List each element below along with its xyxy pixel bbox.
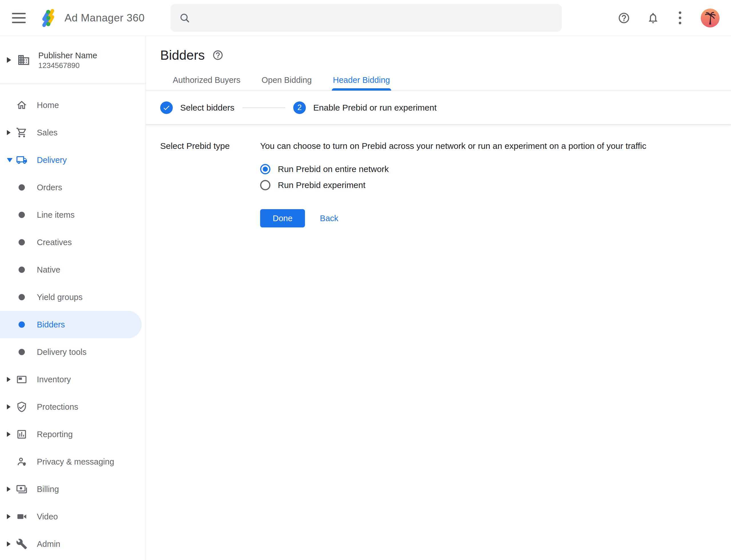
expand-right-icon (7, 541, 11, 547)
step-enable-prebid[interactable]: 2 Enable Prebid or run experiment (293, 101, 436, 114)
main-content: Bidders Authorized Buyers Open Bidding H… (146, 36, 731, 560)
top-bar: Ad Manager 360 (0, 0, 731, 36)
notifications-bell-icon[interactable] (647, 12, 659, 24)
ad-manager-app: Ad Manager 360 (0, 0, 731, 560)
bullet-icon (19, 212, 25, 218)
shopping-cart-icon (16, 127, 27, 138)
radio-selected-icon[interactable] (260, 164, 271, 174)
bullet-icon (19, 321, 25, 328)
billing-icon (16, 483, 27, 495)
tab-header-bidding[interactable]: Header Bidding (332, 75, 391, 91)
stepper: Select bidders 2 Enable Prebid or run ex… (146, 91, 731, 125)
bullet-icon (19, 349, 25, 355)
done-button[interactable]: Done (260, 209, 305, 227)
expand-right-icon (7, 57, 11, 63)
publisher-switcher[interactable]: Publisher Name 1234567890 (0, 36, 146, 84)
sidebar-item-reporting[interactable]: Reporting (0, 421, 142, 448)
sidebar-item-delivery[interactable]: Delivery (0, 146, 142, 174)
palm-tree-silhouette (703, 11, 718, 25)
radio-option-experiment[interactable]: Run Prebid experiment (260, 180, 731, 190)
page-title: Bidders (160, 47, 205, 63)
menu-icon[interactable] (12, 13, 26, 23)
search-bar[interactable] (171, 4, 562, 32)
field-description: You can choose to turn on Prebid across … (260, 141, 731, 151)
sidebar-item-privacy-messaging[interactable]: Privacy & messaging (0, 448, 142, 475)
expand-right-icon (7, 514, 11, 519)
top-bar-actions (598, 9, 720, 27)
expand-right-icon (7, 130, 11, 135)
ad-manager-logo-icon (39, 9, 57, 27)
video-camera-icon (16, 511, 27, 522)
publisher-id: 1234567890 (38, 61, 97, 70)
sidebar-item-line-items[interactable]: Line items (0, 201, 142, 229)
prebid-type-radio-group: Run Prebid on entire network Run Prebid … (260, 164, 731, 190)
sidebar-item-protections[interactable]: Protections (0, 393, 142, 421)
tab-authorized-buyers[interactable]: Authorized Buyers (172, 75, 242, 91)
expand-right-icon (7, 487, 11, 492)
step-number-badge: 2 (293, 101, 306, 114)
prebid-form: Select Prebid type You can choose to tur… (146, 125, 731, 227)
sidebar-item-home[interactable]: Home (0, 91, 142, 119)
delivery-truck-icon (16, 154, 27, 166)
sidebar-item-sales[interactable]: Sales (0, 119, 142, 146)
sidebar-item-video[interactable]: Video (0, 503, 142, 530)
bar-chart-icon (16, 429, 27, 440)
sidebar-item-orders[interactable]: Orders (0, 174, 142, 201)
shield-check-icon (16, 401, 27, 413)
bullet-icon (19, 239, 25, 245)
tab-open-bidding[interactable]: Open Bidding (261, 75, 313, 91)
sidebar-item-delivery-tools[interactable]: Delivery tools (0, 338, 142, 366)
step-select-bidders[interactable]: Select bidders (160, 101, 235, 114)
search-icon (179, 12, 191, 24)
person-shield-icon (16, 456, 27, 467)
bullet-icon (19, 184, 25, 191)
more-options-icon[interactable] (676, 10, 684, 25)
step-connector (243, 107, 285, 108)
sidebar: Publisher Name 1234567890 Home (0, 36, 146, 560)
field-label: Select Prebid type (160, 141, 260, 227)
bullet-icon (19, 294, 25, 300)
help-icon[interactable] (618, 12, 630, 24)
building-icon (17, 53, 30, 67)
search-input[interactable] (197, 13, 553, 23)
radio-unselected-icon[interactable] (260, 180, 271, 190)
sidebar-item-admin[interactable]: Admin (0, 530, 142, 558)
page-help-icon[interactable] (212, 49, 224, 61)
expand-right-icon (7, 377, 11, 382)
wrench-icon (16, 538, 27, 550)
home-icon (16, 99, 27, 111)
radio-option-entire-network[interactable]: Run Prebid on entire network (260, 164, 731, 174)
form-actions: Done Back (260, 209, 731, 227)
tab-bar: Authorized Buyers Open Bidding Header Bi… (146, 75, 731, 91)
expand-right-icon (7, 404, 11, 409)
bullet-icon (19, 267, 25, 273)
expand-right-icon (7, 432, 11, 437)
sidebar-item-billing[interactable]: Billing (0, 475, 142, 503)
sidebar-nav: Home Sales Delivery (0, 84, 146, 558)
app-title: Ad Manager 360 (65, 12, 145, 24)
sidebar-item-inventory[interactable]: Inventory (0, 366, 142, 393)
inventory-icon (16, 374, 27, 385)
sidebar-item-native[interactable]: Native (0, 256, 142, 283)
publisher-name: Publisher Name (38, 50, 97, 61)
sidebar-item-yield-groups[interactable]: Yield groups (0, 283, 142, 311)
sidebar-item-bidders[interactable]: Bidders (0, 311, 142, 338)
step-completed-check-icon (160, 101, 173, 114)
sidebar-item-creatives[interactable]: Creatives (0, 229, 142, 256)
user-avatar[interactable] (701, 9, 720, 27)
collapse-down-icon (7, 158, 13, 162)
back-button[interactable]: Back (320, 214, 338, 223)
